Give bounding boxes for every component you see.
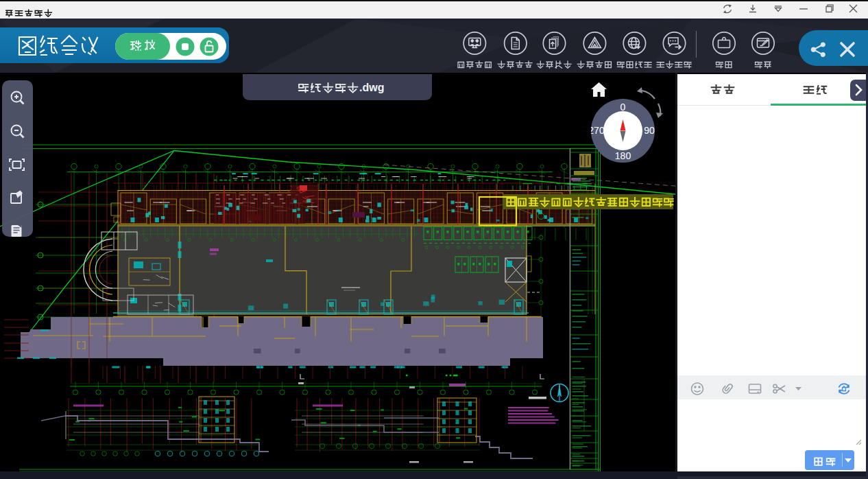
svg-text:0: 0 (620, 102, 626, 113)
svg-text:90: 90 (644, 125, 655, 136)
svg-text:180: 180 (615, 150, 631, 161)
svg-text:270: 270 (591, 125, 605, 136)
